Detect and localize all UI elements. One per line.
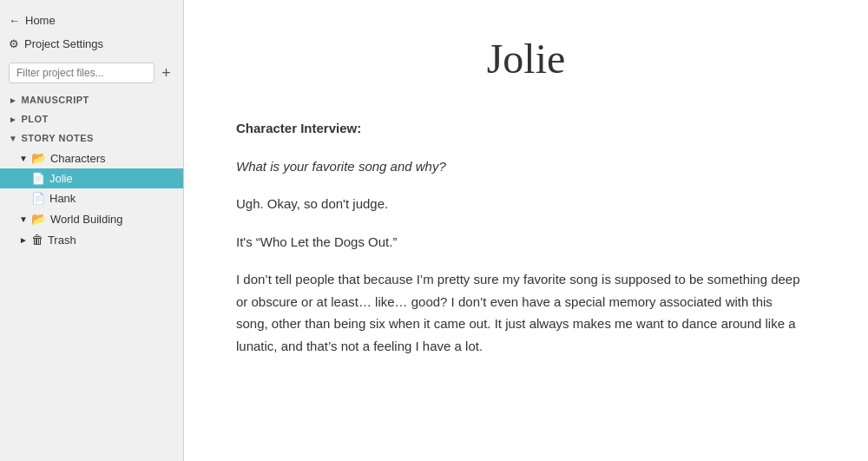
para3: I don’t tell people that because I’m pre…: [236, 268, 800, 357]
sidebar: ← Home ⚙ Project Settings + ► MANUSCRIPT…: [0, 0, 184, 461]
trash-label: Trash: [48, 234, 76, 247]
chevron-down-icon-chars: ▼: [19, 154, 28, 163]
manuscript-label: MANUSCRIPT: [21, 95, 89, 105]
folder-icon-characters: 📂: [31, 151, 46, 165]
project-settings-link[interactable]: ⚙ Project Settings: [9, 32, 174, 56]
sidebar-item-world-building[interactable]: ▼ 📂 World Building: [0, 208, 183, 229]
home-link[interactable]: ← Home: [9, 9, 174, 32]
jolie-label: Jolie: [49, 172, 73, 185]
chevron-right-icon: ►: [9, 95, 17, 105]
project-settings-label: Project Settings: [24, 37, 103, 50]
doc-body: Character Interview: What is your favori…: [236, 117, 800, 357]
filter-bar: +: [9, 63, 174, 83]
trash-icon: 🗑: [31, 233, 43, 247]
folder-icon-world-building: 📂: [31, 212, 46, 226]
world-building-label: World Building: [50, 213, 123, 226]
sidebar-item-characters[interactable]: ▼ 📂 Characters: [0, 148, 183, 168]
question-para: What is your favorite song and why?: [236, 155, 800, 178]
chevron-right-icon-plot: ►: [9, 115, 17, 124]
chevron-right-icon-wb: ▼: [19, 214, 28, 224]
sidebar-item-trash[interactable]: ► 🗑 Trash: [0, 229, 183, 250]
chevron-down-icon-story: ▼: [9, 134, 17, 143]
home-label: Home: [25, 14, 56, 27]
doc-icon-jolie: 📄: [31, 172, 45, 185]
hank-label: Hank: [49, 192, 76, 205]
chevron-right-icon-trash: ►: [19, 235, 28, 245]
filter-input[interactable]: [9, 63, 155, 83]
arrow-left-icon: ←: [9, 14, 20, 27]
characters-label: Characters: [50, 152, 106, 165]
sidebar-nav: ► MANUSCRIPT ► PLOT ▼ STORY NOTES ▼ 📂 Ch…: [0, 90, 183, 259]
sidebar-item-jolie[interactable]: 📄 Jolie: [0, 168, 183, 188]
add-button[interactable]: +: [158, 63, 174, 82]
doc-icon-hank: 📄: [31, 192, 45, 205]
gear-icon: ⚙: [9, 37, 19, 50]
sidebar-item-story-notes[interactable]: ▼ STORY NOTES: [0, 128, 183, 148]
plot-label: PLOT: [21, 114, 48, 124]
para2: It's “Who Let the Dogs Out.”: [236, 231, 800, 254]
section-header-para: Character Interview:: [236, 117, 800, 140]
section-header: Character Interview:: [236, 121, 361, 135]
doc-title: Jolie: [236, 35, 816, 82]
sidebar-item-manuscript[interactable]: ► MANUSCRIPT: [0, 90, 183, 109]
story-notes-label: STORY NOTES: [21, 133, 94, 143]
question-text: What is your favorite song and why?: [236, 159, 446, 174]
sidebar-item-hank[interactable]: 📄 Hank: [0, 188, 183, 208]
main-content: Jolie Character Interview: What is your …: [184, 0, 868, 461]
sidebar-item-plot[interactable]: ► PLOT: [0, 109, 183, 128]
para1: Ugh. Okay, so don't judge.: [236, 193, 800, 215]
